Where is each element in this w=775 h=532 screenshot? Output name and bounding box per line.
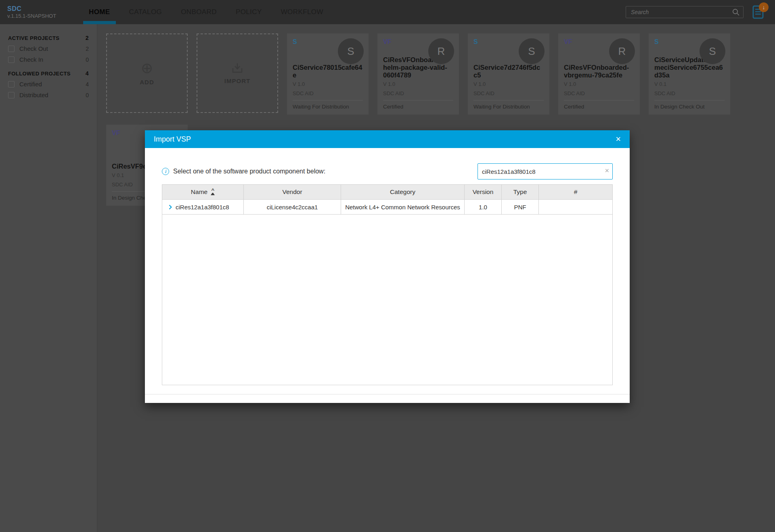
section-title: FOLLOWED PROJECTS (8, 71, 71, 77)
checkbox-icon[interactable] (8, 92, 15, 98)
top-header: SDC v.1.15.1-SNAPSHOT HOME CATALOG ONBOA… (0, 0, 775, 24)
card-title: CiService7d2746f5dcc5 (473, 64, 544, 79)
avatar: R (609, 38, 635, 64)
filter-label: Certified (19, 81, 42, 88)
card-title: CiResVFOnboarded-vbrgemu-79ca25fe (564, 64, 634, 79)
card-version: V 1.0 (293, 80, 363, 88)
filter-check-out[interactable]: Check Out 2 (8, 45, 89, 52)
left-sidebar: ACTIVE PROJECTS 2 Check Out 2 Check In 0… (0, 24, 97, 532)
tile-label: IMPORT (224, 77, 250, 84)
card-version: V 1.0 (383, 80, 453, 88)
sort-ascending-icon: ^ (211, 189, 215, 195)
card-version: V 1.0 (564, 80, 634, 88)
clear-filter-icon[interactable]: × (605, 167, 609, 175)
card-ciresvfonboarded-helm[interactable]: VF R CiResVFOnboarded-helm-package-valid… (377, 33, 459, 115)
column-header-name[interactable]: Name ^ (162, 185, 244, 199)
column-header-vendor[interactable]: Vendor (244, 185, 341, 199)
chevron-right-icon[interactable] (169, 204, 172, 210)
filter-certified[interactable]: Certified 4 (8, 81, 89, 88)
card-version: V 0.1 (654, 80, 725, 88)
avatar: R (428, 38, 454, 64)
import-tile[interactable]: IMPORT (197, 33, 278, 113)
logo-version: v.1.15.1-SNAPSHOT (7, 13, 84, 19)
filter-label: Check Out (19, 45, 48, 52)
card-author: SDC AID (564, 90, 634, 98)
avatar: S (519, 38, 545, 64)
add-tile[interactable]: ⊕ ADD (106, 33, 188, 113)
instruction-row: i Select one of the software product com… (162, 163, 613, 179)
info-icon: i (162, 168, 169, 175)
column-header-category[interactable]: Category (341, 185, 465, 199)
card-ciserviceupdatednameci[interactable]: S S CiServiceUpdatedNameciService6755cea… (649, 33, 730, 115)
table-empty-area (162, 215, 612, 385)
table-row[interactable]: ciRes12a1a3f801c8 ciLicense4c2ccaa1 Netw… (162, 200, 612, 215)
search-input[interactable] (626, 6, 743, 18)
cell-vendor: ciLicense4c2ccaa1 (244, 200, 341, 214)
avatar: S (700, 38, 725, 64)
section-header: FOLLOWED PROJECTS 4 (8, 70, 89, 77)
card-ciservice7d2746f5dcc5[interactable]: S S CiService7d2746f5dcc5 V 1.0 SDC AID … (468, 33, 549, 115)
status-badge: Waiting For Distribution (293, 100, 363, 110)
filter-count: 0 (86, 92, 89, 98)
main-nav: HOME CATALOG ONBOARD POLICY WORKFLOW (89, 0, 323, 24)
tab-onboard[interactable]: ONBOARD (181, 0, 217, 24)
filter-count: 0 (86, 56, 89, 63)
notifications-button[interactable]: ↓ (752, 5, 765, 19)
filter-label: Check In (19, 56, 43, 63)
tab-policy[interactable]: POLICY (236, 0, 262, 24)
card-ciresvfonboarded-vbrgemu[interactable]: VF R CiResVFOnboarded-vbrgemu-79ca25fe V… (558, 33, 640, 115)
filter-check-in[interactable]: Check In 0 (8, 56, 89, 63)
import-icon (231, 63, 243, 74)
sdc-logo: SDC v.1.15.1-SNAPSHOT (7, 5, 84, 19)
import-vsp-modal: Import VSP × i Select one of the softwar… (145, 130, 630, 403)
section-title: ACTIVE PROJECTS (8, 35, 59, 41)
filter-count: 2 (86, 46, 89, 52)
filter-count: 4 (86, 81, 89, 88)
sidebar-section-followed-projects: FOLLOWED PROJECTS 4 Certified 4 Distribu… (8, 70, 89, 98)
status-badge: In Design Check Out (654, 100, 725, 110)
card-version: V 1.0 (473, 80, 544, 88)
section-count: 4 (86, 70, 89, 77)
close-icon[interactable]: × (616, 135, 621, 144)
card-ciservice78015cafe64e[interactable]: S S CiService78015cafe64e V 1.0 SDC AID … (287, 33, 369, 115)
notification-badge: ↓ (759, 2, 769, 12)
modal-footer (145, 394, 630, 403)
cell-category: Network L4+ Common Network Resources (341, 200, 465, 214)
logo-title: SDC (7, 5, 84, 13)
column-header-version[interactable]: Version (465, 185, 502, 199)
card-title: CiService78015cafe64e (293, 64, 363, 79)
cell-type: PNF (502, 200, 539, 214)
header-right: ↓ (626, 5, 765, 19)
instruction-text: Select one of the software product compo… (173, 168, 325, 175)
vsp-table: Name ^ Vendor Category Version Type # (162, 184, 613, 385)
checkbox-icon[interactable] (8, 46, 15, 52)
tile-label: ADD (140, 79, 154, 86)
filter-label: Distributed (19, 92, 48, 98)
column-header-count[interactable]: # (539, 185, 612, 199)
cell-name: ciRes12a1a3f801c8 (162, 200, 244, 214)
down-arrow-icon: ↓ (762, 4, 765, 10)
tab-home[interactable]: HOME (89, 0, 110, 24)
tab-workflow[interactable]: WORKFLOW (281, 0, 323, 24)
status-badge: Certified (564, 100, 634, 110)
status-badge: Certified (383, 100, 453, 110)
plus-circle-icon: ⊕ (141, 61, 153, 75)
card-author: SDC AID (383, 90, 453, 98)
checkbox-icon[interactable] (8, 81, 15, 88)
section-header: ACTIVE PROJECTS 2 (8, 35, 89, 41)
modal-body: i Select one of the software product com… (145, 148, 630, 394)
status-badge: Waiting For Distribution (473, 100, 544, 110)
filter-distributed[interactable]: Distributed 0 (8, 92, 89, 98)
cell-count (539, 200, 612, 214)
checkbox-icon[interactable] (8, 56, 15, 63)
column-header-type[interactable]: Type (502, 185, 539, 199)
header-search (626, 6, 744, 18)
sdc-application: SDC v.1.15.1-SNAPSHOT HOME CATALOG ONBOA… (0, 0, 775, 532)
vsp-filter-input[interactable] (478, 163, 613, 179)
cell-version: 1.0 (465, 200, 502, 214)
vsp-filter: × (478, 163, 613, 179)
card-author: SDC AID (293, 90, 363, 98)
sidebar-section-active-projects: ACTIVE PROJECTS 2 Check Out 2 Check In 0 (8, 35, 89, 63)
tab-catalog[interactable]: CATALOG (129, 0, 162, 24)
table-header-row: Name ^ Vendor Category Version Type # (162, 185, 612, 200)
